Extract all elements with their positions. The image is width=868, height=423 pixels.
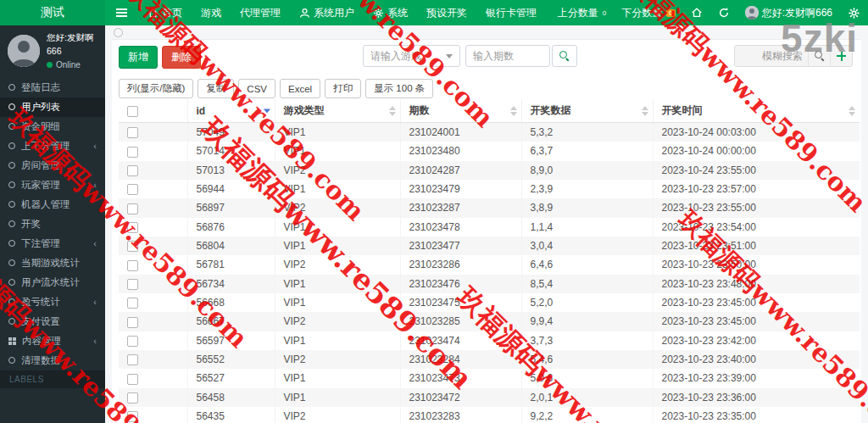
sidebar-item[interactable]: 玩家管理‹: [0, 175, 105, 195]
row-checkbox[interactable]: [127, 354, 138, 365]
period-input[interactable]: [465, 45, 550, 67]
row-checkbox[interactable]: [127, 411, 138, 422]
sidebar-item[interactable]: 支付设置: [0, 312, 105, 331]
csv-button[interactable]: CSV: [238, 79, 275, 98]
table-cell: 231023472: [400, 388, 521, 407]
table-cell: 56781: [187, 255, 275, 274]
column-header-game[interactable]: 游戏类型: [275, 99, 400, 123]
row-checkbox[interactable]: [127, 298, 138, 309]
navbar-right: 上分数量0 下分数量0 您好:发财啊666: [550, 0, 868, 25]
circle-icon: [8, 84, 15, 91]
row-checkbox[interactable]: [127, 147, 138, 158]
search-button[interactable]: [552, 45, 577, 67]
excel-button[interactable]: Excel: [280, 79, 320, 98]
delete-button[interactable]: 删除: [162, 46, 201, 69]
main-menu: 首页游戏代理管理系统用户系统预设开奖银行卡管理: [138, 0, 550, 25]
row-checkbox[interactable]: [127, 241, 138, 252]
sidebar-item[interactable]: 用户列表: [0, 97, 105, 117]
table-cell: 231023476: [400, 275, 521, 293]
sidebar-item[interactable]: 盈亏统计‹: [0, 292, 105, 312]
up-score-menu[interactable]: 上分数量0: [550, 0, 614, 25]
row-checkbox[interactable]: [127, 317, 138, 328]
nav-item[interactable]: 预设开奖: [417, 0, 476, 25]
column-header-result[interactable]: 开奖数据: [521, 99, 653, 123]
nav-item[interactable]: 系统: [364, 0, 417, 25]
sidebar-item[interactable]: 清理数据: [0, 351, 105, 370]
row-checkbox[interactable]: [127, 336, 138, 347]
table-row: 56527VIP12310234735,0,62023-10-23 23:39:…: [119, 369, 860, 387]
table-cell: 231023287: [400, 198, 521, 217]
nav-item[interactable]: 银行卡管理: [476, 0, 546, 25]
column-header-period[interactable]: 期数: [400, 99, 521, 123]
row-select-cell: [119, 255, 187, 274]
fuzzy-search-input[interactable]: [735, 46, 808, 66]
game-select[interactable]: 请输入游戏: [363, 45, 460, 67]
sidebar-item[interactable]: 用户流水统计: [0, 273, 105, 292]
app-brand[interactable]: 测试: [0, 0, 105, 25]
box-collapse-icon[interactable]: [114, 28, 123, 37]
print-button[interactable]: 打印: [325, 79, 361, 98]
circle-icon: [8, 181, 15, 188]
sidebar-item[interactable]: 登陆日志: [0, 78, 105, 97]
avatar: [8, 35, 40, 67]
sidebar-item[interactable]: 房间管理: [0, 156, 105, 175]
down-score-menu[interactable]: 下分数量0: [614, 0, 682, 25]
table-wrapper: id 游戏类型 期数 开奖数据 开奖时间 5704: [119, 99, 860, 423]
settings-button[interactable]: [840, 0, 868, 25]
up-score-badge: 0: [603, 9, 606, 17]
row-checkbox[interactable]: [127, 374, 138, 385]
row-checkbox[interactable]: [127, 222, 138, 233]
nav-item[interactable]: 游戏: [192, 0, 231, 25]
table-cell: 56597: [187, 331, 275, 350]
nav-item[interactable]: 首页: [138, 0, 192, 25]
fuzzy-search-button[interactable]: [808, 46, 830, 66]
sidebar-item[interactable]: 当期游戏统计: [0, 253, 105, 273]
sidebar-toggle-button[interactable]: [105, 0, 138, 25]
select-all-checkbox[interactable]: [127, 106, 138, 117]
nav-item[interactable]: 代理管理: [231, 0, 290, 25]
nav-item[interactable]: 系统用户: [290, 0, 364, 25]
sidebar-user-panel: 您好:发财啊666 Online: [0, 25, 105, 76]
row-checkbox[interactable]: [127, 260, 138, 271]
table-cell: 56876: [187, 218, 275, 237]
sidebar-item[interactable]: 资金明细: [0, 117, 105, 136]
user-menu[interactable]: 您好:发财啊666: [737, 0, 840, 25]
table-row: 56734VIP12310234768,5,42023-10-23 23:48:…: [119, 275, 860, 293]
row-checkbox[interactable]: [127, 184, 138, 195]
show-count-button[interactable]: 显示 100 条: [365, 79, 433, 98]
home-shortcut-button[interactable]: [683, 0, 710, 25]
column-toggle-button[interactable]: 列(显示/隐藏): [119, 79, 193, 98]
select-all-header[interactable]: [119, 99, 187, 123]
sidebar-item-label: 机器人管理: [21, 198, 97, 211]
table-cell: 56458: [187, 388, 275, 407]
sidebar-item[interactable]: 机器人管理: [0, 195, 105, 214]
table-row: 56897VIP22310232873,8,92023-10-23 23:55:…: [119, 198, 860, 217]
table-cell: 57013: [187, 161, 275, 180]
row-checkbox[interactable]: [127, 203, 138, 214]
table-cell: VIP2: [275, 407, 400, 423]
sidebar-item[interactable]: 上下分管理‹: [0, 136, 105, 156]
row-checkbox[interactable]: [127, 392, 138, 404]
sidebar-item-label: 用户列表: [21, 101, 97, 114]
table-cell: 2023-10-24 23:55:00: [653, 161, 860, 180]
table-cell: 3,0,4: [521, 237, 653, 255]
nav-item-label: 系统用户: [314, 6, 354, 20]
table-cell: VIP2: [275, 161, 400, 180]
online-dot-icon: [47, 62, 53, 68]
row-checkbox[interactable]: [127, 127, 138, 138]
add-button[interactable]: 新增: [119, 46, 158, 69]
add-row-button[interactable]: [830, 46, 852, 66]
column-header-id[interactable]: id: [187, 99, 275, 123]
circle-icon: [8, 123, 15, 130]
table-tools: 列(显示/隐藏) 复制 CSV Excel 打印 显示 100 条: [119, 79, 433, 98]
row-checkbox[interactable]: [127, 279, 138, 290]
sidebar-item[interactable]: 内容管理‹: [0, 331, 105, 351]
copy-button[interactable]: 复制: [198, 79, 234, 98]
sidebar-item[interactable]: 下注管理‹: [0, 234, 105, 253]
column-header-time[interactable]: 开奖时间: [653, 99, 860, 123]
refresh-button[interactable]: [710, 0, 737, 25]
row-checkbox[interactable]: [127, 165, 138, 176]
sidebar-item[interactable]: 开奖: [0, 214, 105, 234]
chevron-down-icon: [446, 54, 453, 58]
table-header-row: id 游戏类型 期数 开奖数据 开奖时间: [119, 99, 860, 123]
